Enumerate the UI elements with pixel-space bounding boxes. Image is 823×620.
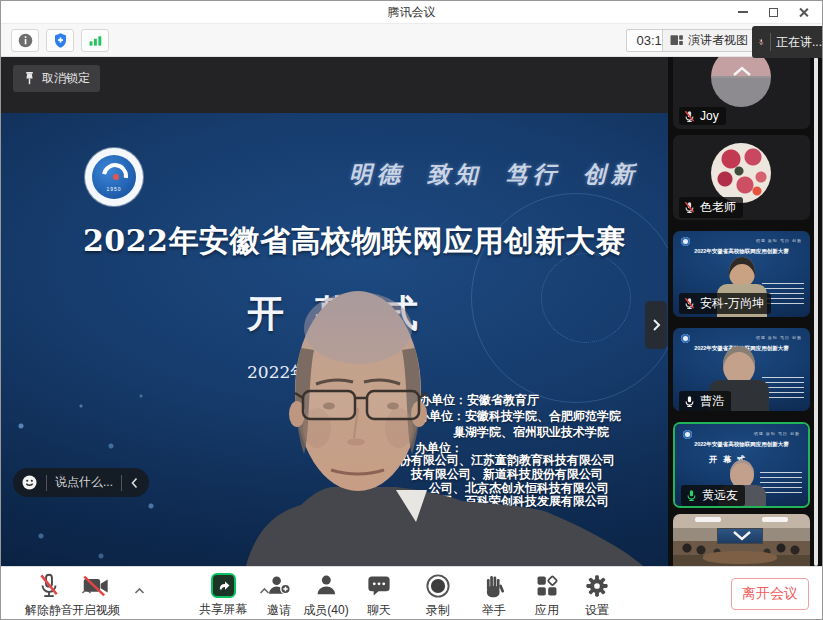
unmute-button[interactable]: 解除静音 [25, 573, 73, 619]
share-screen-button[interactable]: 共享屏幕 [199, 573, 247, 618]
raise-hand-button[interactable]: 举手 [482, 573, 506, 619]
titlebar: 腾讯会议 [1, 1, 822, 23]
apps-grid-icon [534, 573, 560, 599]
mic-muted-icon [758, 35, 765, 49]
close-button[interactable] [788, 1, 818, 23]
camera-off-icon [82, 573, 110, 599]
minimize-button[interactable] [728, 1, 758, 23]
pin-icon [23, 71, 36, 86]
record-icon [425, 573, 451, 599]
participant-tile-huangyuanyou-active[interactable]: 明德 致知 笃行 创新 2022年安徽省高校物联网应用创新大赛 开幕式 黄远友 [673, 422, 810, 508]
record-label: 录制 [426, 602, 450, 619]
statusbar: 03:12 演讲者视图 [1, 23, 822, 57]
view-mode-button[interactable]: 演讲者视图 [662, 29, 758, 52]
slide-motto: 明德 致知 笃行 创新 [349, 159, 639, 190]
name-chip: 安科-万尚坤 [679, 293, 771, 314]
share-screen-icon [211, 573, 236, 598]
settings-button[interactable]: 设置 [584, 573, 610, 619]
gear-icon [584, 573, 610, 599]
participant-name: 黄远友 [702, 487, 738, 504]
speaking-text: 正在讲... [776, 34, 822, 51]
speaking-indicator[interactable]: 正在讲... [752, 26, 822, 58]
message-placeholder[interactable]: 说点什么... [55, 474, 113, 491]
view-mode-label: 演讲者视图 [688, 32, 748, 49]
mic-muted-icon [683, 201, 696, 214]
participant-tile-joy[interactable]: Joy [673, 57, 810, 129]
mic-muted-icon [37, 573, 61, 599]
maximize-icon [769, 8, 778, 17]
divider [121, 475, 122, 491]
main-video[interactable]: 取消锁定 1950 明德 致知 笃行 创新 2022年安徽省高校物联网应用创新大… [1, 57, 668, 566]
video-top-strip [1, 57, 668, 113]
members-label: 成员(40) [303, 602, 348, 619]
participants-sidebar: Joy 色老师 明德 致知 笃行 创新 2022年安徽省高校物联网应用创新大赛 [671, 57, 823, 566]
network-quality-button[interactable] [81, 29, 109, 52]
participant-name: 色老师 [700, 199, 736, 216]
info-icon [17, 32, 34, 49]
tencent-meeting-window: 腾讯会议 03:12 演讲者视图 [0, 0, 823, 620]
name-chip: Joy [679, 107, 726, 125]
participant-name: 曹浩 [700, 393, 724, 410]
university-logo: 1950 [85, 148, 143, 206]
divider [46, 475, 47, 491]
start-video-label: 开启视频 [72, 602, 120, 619]
participant-tile-selaoshi[interactable]: 色老师 [673, 135, 810, 220]
network-signal-icon [87, 32, 104, 49]
chevron-down-icon [731, 530, 753, 542]
mic-muted-icon [683, 297, 696, 310]
avatar [711, 143, 771, 203]
window-title: 腾讯会议 [1, 4, 822, 21]
name-chip: 色老师 [679, 197, 743, 218]
emoji-icon[interactable] [21, 474, 38, 491]
maximize-button[interactable] [758, 1, 788, 23]
stage: 取消锁定 1950 明德 致知 笃行 创新 2022年安徽省高校物联网应用创新大… [1, 57, 823, 566]
sidebar-scrollbar[interactable] [814, 57, 818, 566]
slide-title: 2022年安徽省高校物联网应用创新大赛 [83, 221, 653, 262]
sidebar-collapse-button[interactable] [645, 301, 667, 349]
layout-view-icon [669, 33, 684, 48]
start-video-button[interactable]: 开启视频 [72, 573, 120, 619]
scroll-down-button[interactable] [673, 530, 810, 542]
mic-on-icon [683, 395, 696, 408]
speaker-person [231, 286, 651, 566]
mic-speaking-icon [685, 489, 698, 502]
participant-tile-room[interactable] [673, 514, 810, 566]
name-chip: 黄远友 [681, 485, 745, 506]
invite-button[interactable]: 邀请 [266, 573, 292, 619]
chevron-up-icon [731, 65, 753, 77]
participant-tile-caohao[interactable]: 明德 致知 笃行 创新 2022年安徽省高校物联网应用创新大赛 曹浩 [673, 328, 810, 411]
security-shield-icon [52, 32, 69, 49]
settings-label: 设置 [585, 602, 609, 619]
chevron-right-icon [651, 318, 661, 332]
raise-hand-label: 举手 [482, 602, 506, 619]
leave-meeting-button[interactable]: 离开会议 [731, 578, 809, 610]
invite-person-icon [266, 573, 292, 599]
quick-message-bar[interactable]: 说点什么... [13, 468, 149, 497]
participant-name: Joy [700, 109, 719, 123]
close-icon [798, 7, 809, 18]
share-screen-label: 共享屏幕 [199, 601, 247, 618]
chat-label: 聊天 [367, 602, 391, 619]
members-button[interactable]: 成员(40) [303, 573, 348, 619]
bottom-toolbar: 解除静音 开启视频 共享屏幕 [1, 566, 822, 620]
chevron-left-icon[interactable] [130, 477, 139, 489]
minimize-icon [738, 11, 748, 13]
security-button[interactable] [46, 29, 74, 52]
invite-label: 邀请 [267, 602, 291, 619]
participant-name: 安科-万尚坤 [700, 295, 764, 312]
apps-button[interactable]: 应用 [534, 573, 560, 619]
name-chip: 曹浩 [679, 391, 731, 411]
apps-label: 应用 [535, 602, 559, 619]
record-button[interactable]: 录制 [425, 573, 451, 619]
scroll-up-button[interactable] [673, 65, 810, 77]
unpin-button[interactable]: 取消锁定 [13, 65, 100, 92]
chat-button[interactable]: 聊天 [366, 573, 392, 619]
meeting-info-button[interactable] [11, 29, 39, 52]
unpin-label: 取消锁定 [42, 70, 90, 87]
members-icon [313, 573, 339, 599]
participant-tile-wanshangkun[interactable]: 明德 致知 笃行 创新 2022年安徽省高校物联网应用创新大赛 安科-万尚坤 [673, 231, 810, 317]
video-options-caret[interactable] [134, 581, 145, 599]
unmute-label: 解除静音 [25, 602, 73, 619]
chat-bubble-icon [366, 573, 392, 599]
raise-hand-icon [482, 573, 506, 599]
